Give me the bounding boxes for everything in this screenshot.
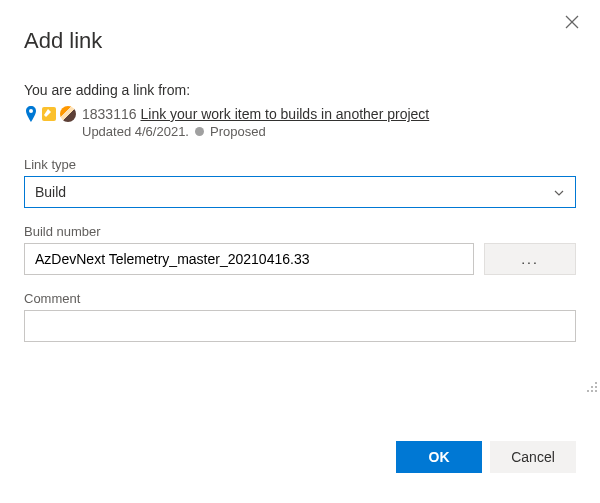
link-type-label: Link type: [24, 157, 576, 172]
workitem-meta: Updated 4/6/2021. Proposed: [82, 124, 576, 139]
svg-point-6: [591, 390, 593, 392]
dialog-title: Add link: [24, 28, 576, 54]
link-type-value: Build: [35, 184, 66, 200]
svg-point-5: [587, 390, 589, 392]
build-number-input[interactable]: [24, 243, 474, 275]
svg-point-4: [595, 386, 597, 388]
ok-button[interactable]: OK: [396, 441, 482, 473]
svg-point-3: [591, 386, 593, 388]
svg-point-2: [595, 382, 597, 384]
workitem-row: 1833116 Link your work item to builds in…: [24, 106, 576, 122]
cancel-button[interactable]: Cancel: [490, 441, 576, 473]
comment-input[interactable]: [24, 310, 576, 342]
updated-text: Updated 4/6/2021.: [82, 124, 189, 139]
dialog-footer: OK Cancel: [396, 441, 576, 473]
workitem-title-link[interactable]: Link your work item to builds in another…: [141, 106, 430, 122]
close-icon[interactable]: [564, 14, 580, 30]
context-label: You are adding a link from:: [24, 82, 576, 98]
comment-label: Comment: [24, 291, 576, 306]
state-dot-icon: [195, 127, 204, 136]
pin-icon: [24, 106, 38, 122]
shield-icon: [42, 107, 56, 121]
workitem-state: Proposed: [210, 124, 266, 139]
browse-button[interactable]: ...: [484, 243, 576, 275]
workitem-id: 1833116: [82, 106, 137, 122]
avatar: [60, 106, 76, 122]
svg-point-7: [595, 390, 597, 392]
chevron-down-icon: [553, 186, 565, 198]
link-type-select[interactable]: Build: [24, 176, 576, 208]
build-number-label: Build number: [24, 224, 576, 239]
resize-grip-icon[interactable]: [584, 379, 598, 393]
